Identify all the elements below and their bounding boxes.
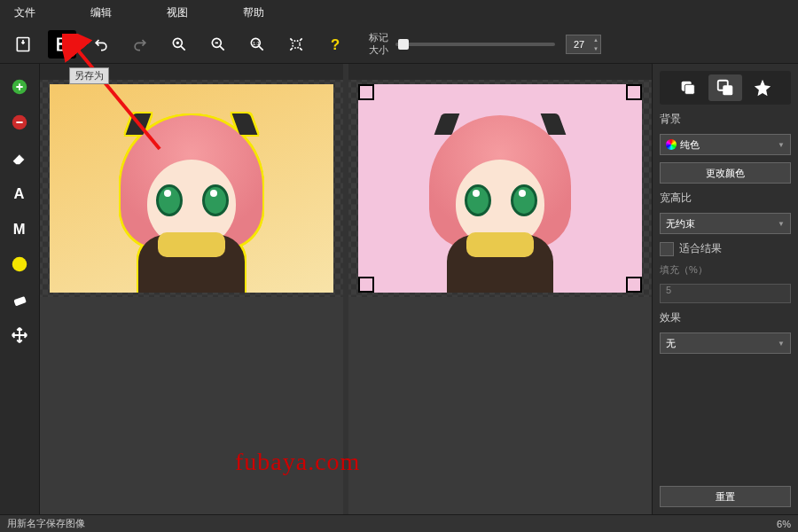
left-toolbar: A M — [0, 64, 40, 514]
marker-size-spinner[interactable]: ▲ ▼ — [566, 35, 601, 54]
tab-favorite[interactable] — [746, 74, 779, 101]
menu-view[interactable]: 视图 — [161, 4, 193, 22]
canvas-area — [40, 64, 652, 514]
chevron-down-icon: ▼ — [778, 220, 785, 228]
move-button[interactable] — [4, 319, 35, 351]
right-pane — [348, 64, 652, 514]
right-canvas[interactable] — [348, 80, 652, 297]
svg-rect-12 — [13, 296, 27, 306]
zoom-actual-button[interactable]: 1:1 — [243, 30, 271, 59]
open-button[interactable] — [9, 30, 37, 59]
save-as-tooltip: 另存为 — [69, 67, 109, 84]
panel-tabs — [660, 71, 791, 105]
fit-result-checkbox[interactable] — [660, 242, 674, 256]
status-text: 用新名字保存图像 — [7, 517, 85, 530]
svg-text:1:1: 1:1 — [253, 40, 260, 45]
change-color-button[interactable]: 更改颜色 — [660, 162, 791, 184]
undo-button[interactable] — [87, 30, 115, 59]
fit-result-label: 适合结果 — [679, 241, 722, 256]
chevron-down-icon: ▼ — [778, 340, 785, 348]
svg-rect-14 — [685, 84, 694, 94]
zoom-in-button[interactable] — [165, 30, 193, 59]
text-m-button[interactable]: M — [4, 213, 35, 245]
marker-size-input[interactable] — [567, 39, 591, 50]
menu-edit[interactable]: 编辑 — [85, 4, 117, 22]
marker-size-label: 标记 大小 — [369, 32, 388, 55]
text-a-button[interactable]: A — [4, 177, 35, 209]
eraser-button[interactable] — [4, 142, 35, 174]
svg-text:M: M — [13, 221, 26, 237]
result-image — [358, 84, 642, 293]
remove-region-button[interactable] — [4, 106, 35, 138]
spinner-down-icon[interactable]: ▼ — [591, 44, 600, 53]
statusbar: 用新名字保存图像 6% — [0, 514, 798, 532]
fill-label: 填充（%） — [660, 263, 791, 277]
menu-help[interactable]: 帮助 — [238, 4, 270, 22]
main-area: A M — [0, 64, 798, 514]
zoom-percent: 6% — [777, 519, 791, 529]
spinner-up-icon[interactable]: ▲ — [591, 35, 600, 44]
svg-point-11 — [12, 257, 27, 272]
toolbar: 1:1 ? 标记 大小 ▲ ▼ — [0, 25, 798, 64]
bg-label: 背景 — [660, 112, 791, 127]
menu-file[interactable]: 文件 — [9, 4, 41, 22]
source-image — [50, 84, 333, 293]
ratio-select[interactable]: 无约束 ▼ — [660, 213, 791, 234]
white-eraser-button[interactable] — [4, 284, 35, 316]
tab-layers[interactable] — [671, 74, 705, 101]
color-wheel-icon — [666, 139, 677, 150]
right-panel: 背景 纯色 ▼ 更改颜色 宽高比 无约束 ▼ 适合结果 填充（%） 5 效果 无… — [652, 64, 798, 514]
marker-size-slider[interactable] — [395, 43, 555, 46]
add-region-button[interactable] — [4, 71, 35, 103]
menubar: 文件 编辑 视图 帮助 — [0, 0, 798, 25]
ratio-label: 宽高比 — [660, 191, 791, 206]
bg-type-select[interactable]: 纯色 ▼ — [660, 134, 791, 155]
left-pane — [40, 64, 343, 514]
effect-label: 效果 — [660, 310, 791, 325]
chevron-down-icon: ▼ — [778, 141, 785, 149]
reset-button[interactable]: 重置 — [660, 486, 791, 507]
zoom-fit-button[interactable] — [282, 30, 310, 59]
svg-text:A: A — [14, 185, 25, 201]
save-button[interactable] — [48, 30, 76, 59]
help-icon[interactable]: ? — [321, 30, 349, 59]
yellow-marker-button[interactable] — [4, 248, 35, 280]
fill-input: 5 — [660, 284, 791, 303]
effect-select[interactable]: 无 ▼ — [660, 332, 791, 354]
redo-button[interactable] — [126, 30, 154, 59]
zoom-out-button[interactable] — [204, 30, 232, 59]
svg-rect-16 — [723, 85, 732, 95]
tab-background[interactable] — [708, 74, 742, 101]
left-canvas[interactable] — [40, 80, 343, 297]
svg-text:?: ? — [331, 35, 340, 52]
svg-point-5 — [293, 40, 300, 47]
